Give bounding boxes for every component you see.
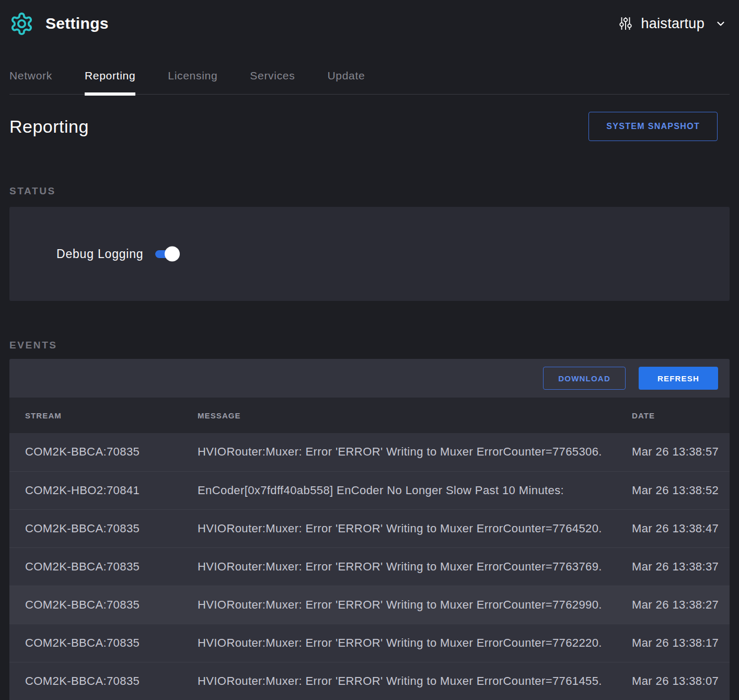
date-cell: Mar 26 13:38:52 — [631, 471, 730, 509]
stream-cell: COM2K-BBCA:70835 — [9, 624, 197, 662]
date-cell: Mar 26 13:38:07 — [631, 662, 730, 700]
page-head: Reporting SYSTEM SNAPSHOT — [9, 112, 730, 141]
gear-icon — [9, 11, 34, 36]
table-row[interactable]: COM2K-HBO2:70841 EnCoder[0x7fdff40ab558]… — [9, 471, 730, 509]
sliders-icon — [618, 15, 633, 32]
stream-cell: COM2K-BBCA:70835 — [9, 662, 197, 700]
toggle-knob — [165, 247, 180, 262]
date-cell: Mar 26 13:38:37 — [631, 547, 730, 586]
tab-network[interactable]: Network — [9, 69, 52, 94]
message-cell: HVIORouter:Muxer: Error 'ERROR' Writing … — [197, 433, 631, 471]
column-header-stream: STREAM — [9, 398, 197, 433]
tabs: NetworkReportingLicensingServicesUpdate — [9, 47, 730, 95]
table-row[interactable]: COM2K-BBCA:70835 HVIORouter:Muxer: Error… — [9, 624, 730, 662]
table-row[interactable]: COM2K-BBCA:70835 HVIORouter:Muxer: Error… — [9, 433, 730, 471]
brand: Settings — [9, 11, 109, 36]
table-row[interactable]: COM2K-BBCA:70835 HVIORouter:Muxer: Error… — [9, 509, 730, 547]
refresh-button[interactable]: REFRESH — [639, 367, 718, 390]
events-table: STREAM MESSAGE DATE COM2K-BBCA:70835 HVI… — [9, 398, 730, 700]
date-cell: Mar 26 13:38:47 — [631, 509, 730, 547]
account-name[interactable]: haistartup — [641, 16, 705, 32]
events-table-header: STREAM MESSAGE DATE — [9, 398, 730, 433]
message-cell: HVIORouter:Muxer: Error 'ERROR' Writing … — [197, 586, 631, 624]
column-header-date: DATE — [631, 398, 730, 433]
stream-cell: COM2K-BBCA:70835 — [9, 547, 197, 586]
events-table-body: COM2K-BBCA:70835 HVIORouter:Muxer: Error… — [9, 433, 730, 700]
events-toolbar: DOWNLOAD REFRESH — [9, 359, 730, 398]
top-bar: Settings haistartup — [0, 0, 739, 47]
main-content: Reporting SYSTEM SNAPSHOT STATUS Debug L… — [0, 112, 739, 700]
account-menu[interactable]: haistartup — [618, 15, 726, 32]
message-cell: HVIORouter:Muxer: Error 'ERROR' Writing … — [197, 547, 631, 586]
table-row[interactable]: COM2K-BBCA:70835 HVIORouter:Muxer: Error… — [9, 662, 730, 700]
message-cell: HVIORouter:Muxer: Error 'ERROR' Writing … — [197, 509, 631, 547]
system-snapshot-button[interactable]: SYSTEM SNAPSHOT — [588, 112, 718, 141]
stream-cell: COM2K-BBCA:70835 — [9, 586, 197, 624]
table-row[interactable]: COM2K-BBCA:70835 HVIORouter:Muxer: Error… — [9, 586, 730, 624]
table-row[interactable]: COM2K-BBCA:70835 HVIORouter:Muxer: Error… — [9, 547, 730, 586]
date-cell: Mar 26 13:38:57 — [631, 433, 730, 471]
debug-logging-toggle[interactable] — [155, 250, 179, 258]
stream-cell: COM2K-HBO2:70841 — [9, 471, 197, 509]
debug-logging-row: Debug Logging — [56, 247, 179, 261]
debug-logging-label: Debug Logging — [56, 247, 143, 261]
tab-licensing[interactable]: Licensing — [168, 69, 217, 94]
app-title: Settings — [45, 15, 109, 32]
message-cell: HVIORouter:Muxer: Error 'ERROR' Writing … — [197, 662, 631, 700]
status-section-label: STATUS — [9, 185, 730, 197]
date-cell: Mar 26 13:38:27 — [631, 586, 730, 624]
tab-reporting[interactable]: Reporting — [85, 69, 135, 94]
status-card: Debug Logging — [9, 207, 730, 301]
column-header-message: MESSAGE — [197, 398, 631, 433]
stream-cell: COM2K-BBCA:70835 — [9, 509, 197, 547]
message-cell: HVIORouter:Muxer: Error 'ERROR' Writing … — [197, 624, 631, 662]
events-card: DOWNLOAD REFRESH STREAM MESSAGE DATE COM… — [9, 359, 730, 700]
tab-update[interactable]: Update — [327, 69, 365, 94]
stream-cell: COM2K-BBCA:70835 — [9, 433, 197, 471]
events-section-label: EVENTS — [9, 340, 730, 351]
page-title: Reporting — [9, 116, 89, 137]
download-button[interactable]: DOWNLOAD — [543, 367, 626, 390]
date-cell: Mar 26 13:38:17 — [631, 624, 730, 662]
chevron-down-icon[interactable] — [715, 18, 726, 29]
tab-services[interactable]: Services — [250, 69, 295, 94]
message-cell: EnCoder[0x7fdff40ab558] EnCoder No Longe… — [197, 471, 631, 509]
